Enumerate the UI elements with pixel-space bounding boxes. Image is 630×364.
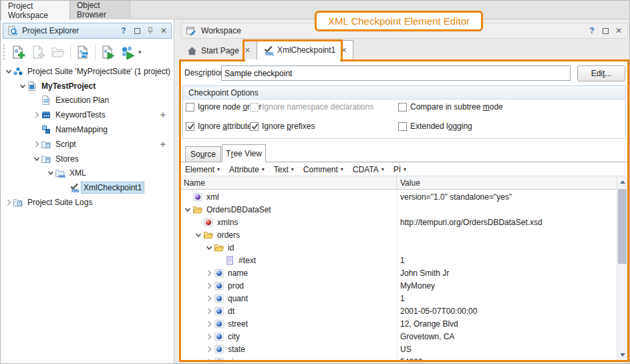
- tree-item-project-suite-myprojectsuite-1-project[interactable]: Project Suite 'MyProjectSuite' (1 projec…: [1, 64, 174, 79]
- xml-checkpoint-icon: XML: [263, 45, 274, 55]
- home-icon: [186, 45, 198, 56]
- close-button[interactable]: ✕: [614, 26, 623, 35]
- expander-open-icon[interactable]: [32, 155, 41, 163]
- checkbox-ignore-prefixes[interactable]: Ignore prefixes: [250, 121, 315, 132]
- pin-button[interactable]: [146, 26, 155, 35]
- panel-splitter[interactable]: [174, 19, 180, 364]
- close-button[interactable]: ✕: [159, 26, 168, 35]
- xml-row-xml[interactable]: xmlversion="1.0" standalone="yes": [181, 190, 616, 203]
- checkbox-compare-in-subtree-mode[interactable]: Compare in subtree mode: [398, 102, 503, 112]
- checkbox-unchecked-icon[interactable]: [398, 103, 407, 112]
- xml-row-street[interactable]: street12, Orange Blvd: [181, 317, 616, 330]
- checkbox-ignore-attributes[interactable]: Ignore attributes: [186, 121, 256, 132]
- expander-open-icon[interactable]: [4, 67, 13, 75]
- xml-row-quant[interactable]: quant1: [181, 292, 616, 305]
- expander-closed-icon[interactable]: [204, 282, 214, 290]
- project-explorer-panel: Project Explorer ?✕ ▾ Project Suite 'MyP…: [1, 19, 174, 364]
- help-button[interactable]: ?: [119, 26, 128, 35]
- xml-row-city[interactable]: cityGrovetown, CA: [181, 330, 616, 343]
- tree-item-xmlcheckpoint1[interactable]: XMLXmlCheckpoint1: [1, 180, 174, 195]
- checkbox-unchecked-icon[interactable]: [398, 122, 407, 131]
- insert-pi-dropdown[interactable]: PI▾: [393, 165, 406, 174]
- element-node-icon: [214, 344, 226, 355]
- checkbox-unchecked-icon[interactable]: [250, 103, 259, 112]
- expander-open-icon[interactable]: [182, 206, 192, 214]
- tree-item-script[interactable]: Script+: [1, 137, 174, 152]
- expander-closed-icon[interactable]: [204, 295, 214, 303]
- expander-closed-icon[interactable]: [204, 307, 214, 315]
- doc-tab-start-page[interactable]: Start Page✕: [181, 41, 256, 59]
- tree-item-mytestproject[interactable]: MyTestProject: [1, 79, 174, 94]
- run-project-button[interactable]: [118, 43, 138, 61]
- xml-row-xmlns[interactable]: xmlnshttp://tempuri.org/OrdersDBDataSet.…: [181, 216, 616, 228]
- view-tab-tree-view[interactable]: Tree View: [222, 144, 266, 162]
- doc-tab-xmlcheckpoint1[interactable]: XMLXmlCheckpoint1✕: [257, 40, 353, 59]
- scroll-up-button[interactable]: [617, 176, 627, 187]
- expander-open-icon[interactable]: [46, 169, 55, 177]
- project-explorer-header: Project Explorer ?✕: [3, 23, 172, 39]
- expander-open-icon[interactable]: [193, 231, 203, 239]
- insert-text-dropdown[interactable]: Text▾: [274, 165, 294, 174]
- xml-row-OrdersDBDataSet[interactable]: OrdersDBDataSet: [181, 203, 616, 216]
- maximize-button[interactable]: [132, 26, 142, 35]
- add-child-button[interactable]: +: [160, 110, 166, 120]
- add-child-button[interactable]: +: [160, 139, 166, 150]
- new-file-button[interactable]: [28, 43, 48, 61]
- expander-closed-icon[interactable]: [32, 111, 41, 119]
- xml-row-dt[interactable]: dt2001-05-07T00:00:00: [181, 305, 616, 317]
- xml-row-zip[interactable]: zip54626: [181, 355, 616, 360]
- scroll-down-button[interactable]: [617, 349, 627, 360]
- tree-item-execution-plan[interactable]: Execution Plan: [1, 94, 174, 108]
- tab-project-workspace[interactable]: Project Workspace: [1, 1, 70, 20]
- expander-closed-icon[interactable]: [4, 198, 13, 206]
- run-test-button[interactable]: [98, 43, 118, 61]
- tree-item-project-suite-logs[interactable]: Project Suite Logs: [1, 195, 174, 210]
- insert-element-dropdown[interactable]: Element▾: [185, 165, 220, 174]
- maximize-button[interactable]: [601, 26, 610, 35]
- checkbox-checked-icon[interactable]: [186, 122, 194, 131]
- expander-closed-icon[interactable]: [204, 345, 214, 353]
- insert-cdata-dropdown[interactable]: CDATA▾: [353, 165, 384, 174]
- checkbox-unchecked-icon[interactable]: [186, 103, 194, 112]
- view-tab-source[interactable]: Source: [185, 146, 221, 162]
- description-input[interactable]: [221, 65, 571, 81]
- edit-button[interactable]: Edit...: [577, 65, 625, 81]
- checkbox-checked-icon[interactable]: [250, 122, 259, 131]
- xml-row-orders[interactable]: orders: [181, 228, 616, 241]
- scroll-thumb[interactable]: [618, 189, 627, 264]
- expander-closed-icon[interactable]: [204, 320, 214, 328]
- xml-row-text[interactable]: #text1: [181, 254, 616, 266]
- xml-row-state[interactable]: stateUS: [181, 343, 616, 355]
- new-item-button[interactable]: [8, 43, 28, 61]
- xml-row-name[interactable]: nameJohn Smith Jr: [181, 266, 616, 279]
- close-tab-icon[interactable]: ✕: [245, 46, 251, 55]
- open-file-button[interactable]: [48, 43, 68, 61]
- insert-attribute-dropdown[interactable]: Attribute▾: [229, 165, 265, 174]
- toolbar-dropdown-icon[interactable]: ▾: [138, 49, 142, 55]
- xml-row-id[interactable]: id: [181, 241, 616, 254]
- expander-open-icon[interactable]: [204, 244, 214, 252]
- close-tab-icon[interactable]: ✕: [341, 46, 347, 55]
- expander-closed-icon[interactable]: [204, 269, 214, 277]
- view-tabs: SourceTree View: [181, 144, 627, 162]
- tree-item-xml[interactable]: XMLXML: [1, 166, 174, 181]
- vertical-scrollbar[interactable]: [617, 176, 627, 360]
- new-file-icon: [31, 45, 45, 59]
- xml-row-prod[interactable]: prodMyMoney: [181, 279, 616, 292]
- insert-comment-dropdown[interactable]: Comment▾: [303, 165, 343, 174]
- column-header-name[interactable]: Name: [181, 176, 397, 190]
- expander-closed-icon[interactable]: [204, 333, 214, 341]
- column-header-value[interactable]: Value: [398, 176, 616, 190]
- toolbar-grip[interactable]: [2, 44, 5, 60]
- help-button[interactable]: ?: [587, 26, 597, 35]
- tree-item-stores[interactable]: Stores: [1, 152, 174, 166]
- expander-closed-icon[interactable]: [32, 140, 41, 148]
- expander-closed-icon[interactable]: [204, 358, 214, 361]
- node-value: 12, Orange Blvd: [400, 317, 458, 330]
- tree-item-namemapping[interactable]: NameMapping: [1, 122, 174, 137]
- expander-open-icon[interactable]: [18, 82, 27, 90]
- tab-object-browser[interactable]: Object Browser: [70, 1, 130, 19]
- checkbox-extended-logging[interactable]: Extended logging: [398, 121, 472, 132]
- tree-item-keywordtests[interactable]: KeywordTests+: [1, 108, 174, 122]
- execution-order-button[interactable]: [73, 43, 93, 61]
